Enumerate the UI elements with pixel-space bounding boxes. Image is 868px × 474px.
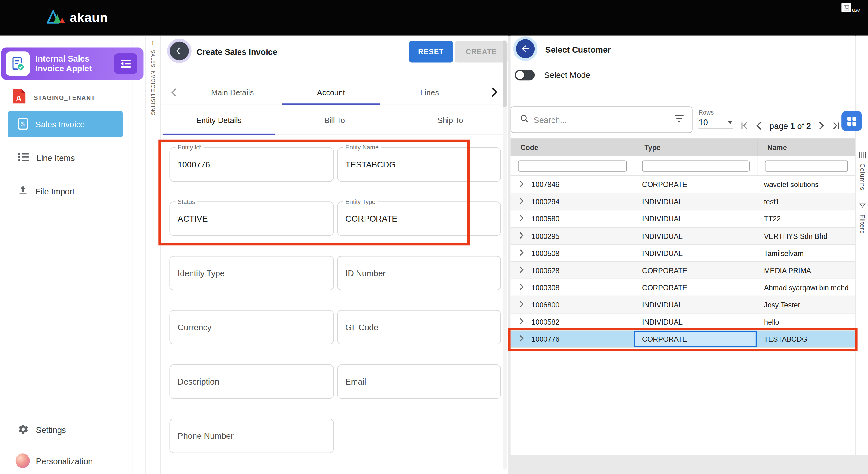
row-expand-chevron-icon[interactable]	[519, 215, 524, 223]
reset-button[interactable]: RESET	[409, 41, 453, 63]
entity-id-field[interactable]: Entity Id* 1000776	[169, 147, 334, 182]
id-number-field[interactable]: ID Number	[337, 256, 501, 290]
sales-invoice-listing-tab[interactable]: 1 SALES INVOICE LISTING	[145, 35, 161, 474]
rows-per-page-select[interactable]: 10	[699, 117, 733, 129]
entity-type-field[interactable]: Entity Type CORPORATE	[337, 202, 501, 236]
row-code: 1000294	[531, 198, 559, 206]
email-field[interactable]: Email	[337, 364, 501, 399]
gl-code-field[interactable]: GL Code	[337, 310, 501, 345]
columns-tool[interactable]: Columns	[856, 151, 868, 190]
subtab-entity-details[interactable]: Entity Details	[161, 105, 277, 135]
tabs-scroll-left-icon[interactable]	[171, 88, 177, 99]
customer-table-row[interactable]: 1007846 CORPORATE wavelet solutions	[510, 176, 856, 193]
collapse-menu-icon[interactable]	[114, 53, 137, 75]
search-input[interactable]	[534, 115, 670, 124]
tab-account[interactable]: Account	[282, 80, 380, 105]
customer-table-header: Code Type Name	[510, 139, 856, 156]
column-filter-row	[510, 156, 856, 176]
customer-table-row[interactable]: 1000508 INDIVIDUAL Tamilselvam	[510, 245, 856, 262]
table-tools-strip: Columns Filters	[856, 35, 868, 455]
tab-main-details[interactable]: Main Details	[183, 80, 282, 105]
personalization-avatar	[16, 453, 30, 468]
row-type: INDIVIDUAL	[642, 215, 683, 223]
tab-lines[interactable]: Lines	[380, 80, 479, 105]
select-mode-row: Select Mode	[515, 70, 590, 80]
previous-page-icon[interactable]	[753, 119, 765, 133]
row-expand-chevron-icon[interactable]	[519, 249, 524, 257]
customer-table-row[interactable]: 1000582 INDIVIDUAL hello	[510, 314, 856, 331]
select-customer-panel: Select Customer Select Mode Rows 10	[510, 35, 856, 455]
row-expand-chevron-icon[interactable]	[519, 335, 524, 343]
field-value: ACTIVE	[178, 214, 208, 224]
sidebar-item-settings[interactable]: Settings	[0, 418, 132, 442]
sidebar-item-file-import[interactable]: File Import	[0, 179, 132, 203]
type-filter-input[interactable]	[642, 160, 749, 172]
listing-tab-index: 1	[146, 39, 160, 47]
row-code: 1000295	[531, 232, 559, 240]
avatar-alt-text: use	[852, 7, 860, 13]
column-header-code[interactable]: Code	[510, 139, 634, 156]
description-field[interactable]: Description	[169, 364, 334, 399]
phone-number-field[interactable]: Phone Number	[169, 419, 334, 453]
filter-list-icon[interactable]	[674, 115, 684, 125]
entity-details-form: Entity Id* 1000776 Entity Name TESTABCDG…	[169, 147, 501, 453]
row-expand-chevron-icon[interactable]	[519, 180, 524, 188]
topbar: akaun use	[0, 0, 868, 35]
back-button[interactable]	[167, 39, 192, 63]
customer-table-row[interactable]: 1000580 INDIVIDUAL TT22	[510, 210, 856, 228]
tabs-scroll-right-icon[interactable]	[491, 87, 498, 100]
row-name: Josy Tester	[764, 300, 800, 309]
last-page-icon[interactable]	[830, 119, 842, 133]
row-expand-chevron-icon[interactable]	[519, 300, 524, 309]
status-field[interactable]: Status ACTIVE	[169, 202, 334, 236]
tenant-row[interactable]: A STAGING_TENANT	[0, 88, 132, 108]
account-subtabs-bar: Entity Details Bill To Ship To	[161, 105, 508, 135]
row-type: INDIVIDUAL	[642, 232, 683, 240]
field-label: Phone Number	[178, 431, 234, 441]
applet-banner[interactable]: Internal Sales Invoice Applet	[1, 48, 144, 80]
field-value: TESTABCDG	[345, 160, 396, 169]
customer-table-row[interactable]: 1000628 CORPORATE MEDIA PRIMA	[510, 262, 856, 279]
field-label: Entity Type	[343, 199, 378, 205]
row-expand-chevron-icon[interactable]	[519, 198, 524, 206]
identity-type-field[interactable]: Identity Type	[169, 256, 334, 290]
name-filter-input[interactable]	[765, 160, 848, 172]
select-mode-toggle[interactable]	[515, 70, 535, 80]
line-items-icon	[18, 152, 29, 163]
column-header-name[interactable]: Name	[756, 139, 855, 156]
row-name: TT22	[764, 215, 781, 223]
row-code: 1000580	[531, 215, 559, 223]
customer-table-row[interactable]: 1006800 INDIVIDUAL Josy Tester	[510, 296, 856, 314]
row-type: INDIVIDUAL	[642, 318, 683, 326]
sidebar-item-label: File Import	[35, 186, 75, 196]
row-name: TESTABCDG	[764, 335, 807, 343]
user-avatar-broken-image[interactable]: use	[841, 3, 860, 17]
customer-table-row[interactable]: 1000308 CORPORATE Ahmad syarqawi bin moh…	[510, 279, 856, 296]
row-expand-chevron-icon[interactable]	[519, 283, 524, 292]
sidebar-item-sales-invoice[interactable]: $ Sales Invoice	[8, 112, 123, 138]
row-expand-chevron-icon[interactable]	[519, 232, 524, 240]
customer-table-row[interactable]: 1000295 INDIVIDUAL VERTHYS Sdn Bhd	[510, 228, 856, 245]
customer-table-row[interactable]: 1000776 CORPORATE TESTABCDG	[510, 331, 856, 348]
grid-view-icon[interactable]	[841, 111, 862, 131]
row-expand-chevron-icon[interactable]	[519, 266, 524, 274]
create-button[interactable]: CREATE	[455, 41, 508, 63]
first-page-icon[interactable]	[739, 119, 751, 133]
scrollbar-thumb[interactable]	[502, 41, 506, 108]
row-expand-chevron-icon[interactable]	[519, 318, 524, 326]
next-page-icon[interactable]	[815, 119, 828, 133]
subtab-ship-to[interactable]: Ship To	[392, 105, 508, 135]
filters-tool[interactable]: Filters	[856, 202, 868, 234]
back-button[interactable]	[513, 36, 538, 61]
currency-field[interactable]: Currency	[169, 310, 334, 345]
code-filter-input[interactable]	[518, 160, 626, 172]
sidebar-item-line-items[interactable]: Line Items	[0, 146, 132, 169]
field-label: Description	[178, 377, 219, 386]
customer-table-row[interactable]: 1000294 INDIVIDUAL test1	[510, 193, 856, 210]
page-title: Create Sales Invoice	[196, 47, 277, 57]
subtab-bill-to[interactable]: Bill To	[277, 105, 392, 135]
sidebar-item-personalization[interactable]: Personalization	[0, 449, 132, 472]
column-header-type[interactable]: Type	[634, 139, 757, 156]
entity-name-field[interactable]: Entity Name TESTABCDG	[337, 147, 501, 182]
select-mode-label: Select Mode	[544, 70, 590, 80]
